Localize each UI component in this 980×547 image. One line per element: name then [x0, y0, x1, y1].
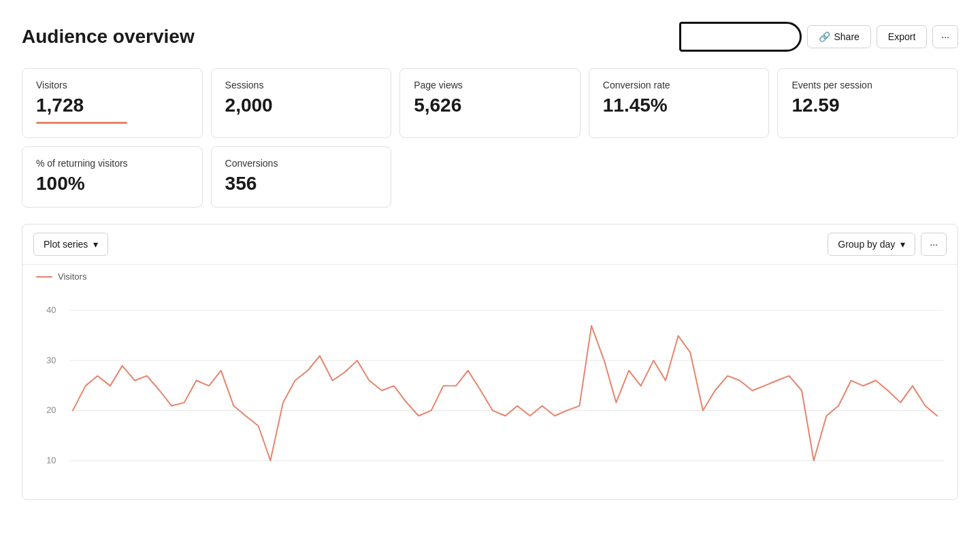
- chart-section: Plot series ▾ Group by day ▾ ··· Visitor…: [22, 224, 958, 500]
- export-button[interactable]: Export: [877, 25, 927, 48]
- tag-shape-decoration: [679, 22, 802, 52]
- metric-events-per-session: Events per session 12.59: [777, 68, 958, 138]
- legend-line-icon: [36, 276, 52, 278]
- legend-visitors-label: Visitors: [58, 271, 86, 282]
- page-title: Audience overview: [22, 26, 195, 48]
- metric-sessions-value: 2,000: [225, 96, 378, 115]
- metric-sessions-label: Sessions: [225, 80, 378, 90]
- metric-conversion-rate-value: 11.45%: [603, 96, 755, 115]
- chart-right-controls: Group by day ▾ ···: [828, 233, 947, 256]
- metric-visitors-underline: [36, 122, 127, 124]
- header-actions: 🔗 Share Export ···: [679, 22, 959, 52]
- group-by-button[interactable]: Group by day ▾: [828, 233, 915, 256]
- metric-page-views-value: 5,626: [414, 96, 566, 115]
- svg-text:30: 30: [46, 355, 56, 365]
- chevron-down-icon-group: ▾: [900, 239, 905, 250]
- chart-toolbar: Plot series ▾ Group by day ▾ ···: [22, 225, 958, 265]
- chart-more-options-button[interactable]: ···: [921, 233, 947, 256]
- chart-legend: Visitors: [22, 265, 958, 286]
- metric-visitors-value: 1,728: [36, 96, 189, 115]
- page-header: Audience overview 🔗 Share Export ···: [22, 22, 958, 52]
- visitors-line: [73, 326, 937, 461]
- chevron-down-icon: ▾: [93, 239, 98, 250]
- metric-sessions: Sessions 2,000: [211, 68, 392, 138]
- metric-conversion-rate-label: Conversion rate: [603, 80, 755, 90]
- share-button[interactable]: 🔗 Share: [807, 25, 871, 48]
- metric-returning-visitors-value: 100%: [36, 174, 189, 193]
- metrics-row-1: Visitors 1,728 Sessions 2,000 Page views…: [22, 68, 958, 138]
- metric-returning-visitors: % of returning visitors 100%: [22, 146, 203, 208]
- svg-text:40: 40: [46, 305, 56, 315]
- metric-page-views-label: Page views: [414, 80, 566, 90]
- metric-conversions-label: Conversions: [225, 158, 378, 169]
- metric-visitors-label: Visitors: [36, 80, 189, 90]
- metric-page-views: Page views 5,626: [399, 68, 581, 138]
- group-by-label: Group by day: [838, 239, 895, 250]
- link-icon: 🔗: [819, 31, 830, 42]
- metric-visitors: Visitors 1,728: [22, 68, 203, 138]
- visitors-chart: 40 30 20 10: [36, 286, 944, 486]
- more-options-button[interactable]: ···: [932, 25, 958, 48]
- chart-container: 40 30 20 10: [22, 286, 958, 499]
- metrics-row-2: % of returning visitors 100% Conversions…: [22, 146, 958, 208]
- metric-conversions-value: 356: [225, 174, 378, 193]
- metric-conversion-rate: Conversion rate 11.45%: [589, 68, 770, 138]
- svg-text:10: 10: [46, 455, 56, 465]
- svg-text:20: 20: [46, 405, 56, 415]
- metric-conversions: Conversions 356: [211, 146, 392, 208]
- metric-events-per-session-value: 12.59: [791, 96, 944, 115]
- metric-events-per-session-label: Events per session: [791, 80, 944, 90]
- plot-series-label: Plot series: [44, 239, 88, 250]
- metric-returning-visitors-label: % of returning visitors: [36, 158, 189, 169]
- plot-series-button[interactable]: Plot series ▾: [33, 233, 108, 256]
